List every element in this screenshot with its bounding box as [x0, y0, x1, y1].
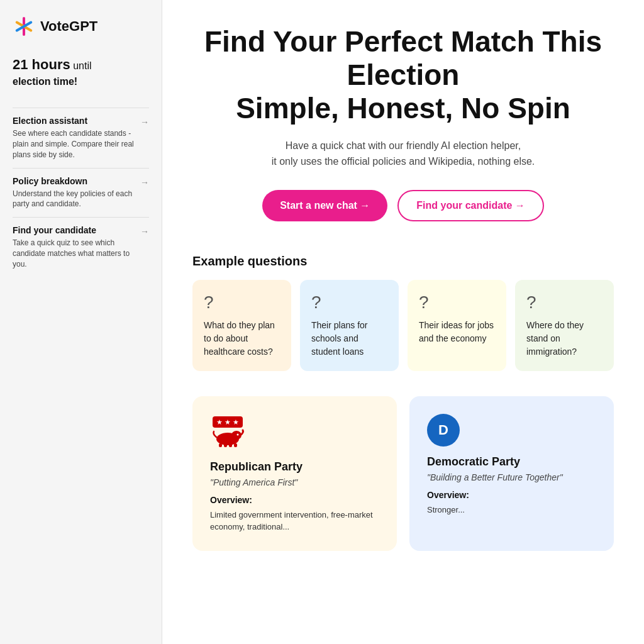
nav-election-assistant-arrow: → — [140, 117, 149, 127]
example-cards-grid: ? What do they plan to do about healthca… — [192, 280, 614, 371]
svg-point-11 — [237, 433, 239, 435]
svg-rect-8 — [224, 443, 227, 447]
card-text-4: Where do they stand on immigration? — [526, 319, 602, 358]
democratic-party-card: D Democratic Party "Building a Better Fu… — [409, 396, 614, 551]
card-question-2: ? — [311, 292, 387, 313]
sidebar-item-election-assistant[interactable]: Election assistant See where each candid… — [13, 109, 149, 166]
countdown-box: 21 hours until election time! — [13, 55, 149, 89]
countdown-hours: 21 hours — [13, 57, 70, 72]
nav-policy-breakdown-title: Policy breakdown — [13, 176, 135, 186]
nav-policy-breakdown-arrow: → — [140, 177, 149, 187]
republican-party-slogan: "Putting America First" — [210, 477, 379, 487]
republican-party-card: ★ ★ ★ Republican Party "Putting America … — [192, 396, 397, 551]
nav-election-assistant-desc: See where each candidate stands - plain … — [13, 128, 135, 160]
main-content: Find Your Perfect Match This Election Si… — [162, 0, 644, 644]
page-title: Find Your Perfect Match This Election Si… — [192, 25, 614, 125]
nav-find-candidate-arrow: → — [140, 226, 149, 236]
republican-party-name: Republican Party — [210, 460, 379, 474]
card-text-1: What do they plan to do about healthcare… — [204, 319, 280, 358]
republican-overview-text: Limited government intervention, free-ma… — [210, 509, 379, 533]
hero-subtitle-line1: Have a quick chat with our friendly AI e… — [286, 140, 521, 151]
nav-find-candidate-desc: Take a quick quiz to see which candidate… — [13, 238, 135, 269]
democratic-party-slogan: "Building a Better Future Together" — [427, 472, 596, 482]
nav-election-assistant-title: Election assistant — [13, 116, 135, 126]
democratic-party-icon: D — [427, 414, 460, 447]
nav-find-candidate-title: Find your candidate — [13, 225, 135, 235]
party-cards: ★ ★ ★ Republican Party "Putting America … — [192, 396, 614, 551]
svg-text:★ ★ ★: ★ ★ ★ — [216, 418, 239, 426]
hero-subtitle: Have a quick chat with our friendly AI e… — [192, 138, 614, 170]
sidebar: VoteGPT 21 hours until election time! El… — [0, 0, 162, 644]
logo-text: VoteGPT — [40, 18, 97, 35]
cta-buttons: Start a new chat → Find your candidate → — [192, 190, 614, 221]
nav-policy-breakdown-desc: Understand the key policies of each part… — [13, 189, 135, 210]
card-text-2: Their plans for schools and student loan… — [311, 319, 387, 358]
svg-rect-10 — [234, 443, 237, 447]
democratic-overview-title: Overview: — [427, 490, 596, 500]
countdown-until: until — [73, 60, 91, 71]
start-chat-button[interactable]: Start a new chat → — [262, 190, 387, 221]
example-card-healthcare[interactable]: ? What do they plan to do about healthca… — [192, 280, 291, 371]
example-card-economy[interactable]: ? Their ideas for jobs and the economy — [408, 280, 506, 371]
svg-rect-7 — [219, 443, 222, 447]
republican-elephant-icon: ★ ★ ★ — [210, 414, 245, 449]
nav-divider-2 — [13, 168, 149, 169]
democratic-overview-text: Stronger... — [427, 504, 596, 516]
svg-rect-9 — [229, 443, 232, 447]
republican-overview-title: Overview: — [210, 495, 379, 505]
card-question-1: ? — [204, 292, 280, 313]
card-question-4: ? — [526, 292, 602, 313]
card-question-3: ? — [419, 292, 495, 313]
logo: VoteGPT — [13, 15, 149, 38]
example-card-immigration[interactable]: ? Where do they stand on immigration? — [515, 280, 614, 371]
countdown-election: election time! — [13, 76, 77, 87]
sidebar-item-find-candidate[interactable]: Find your candidate Take a quick quiz to… — [13, 219, 149, 275]
nav-divider-3 — [13, 217, 149, 218]
card-text-3: Their ideas for jobs and the economy — [419, 319, 495, 345]
hero-subtitle-line2: it only uses the official policies and W… — [272, 156, 535, 167]
example-card-schools[interactable]: ? Their plans for schools and student lo… — [300, 280, 399, 371]
democratic-party-name: Democratic Party — [427, 455, 596, 469]
sidebar-item-policy-breakdown[interactable]: Policy breakdown Understand the key poli… — [13, 170, 149, 216]
nav-divider-1 — [13, 108, 149, 108]
example-section-title: Example questions — [192, 254, 614, 269]
votegpt-logo-icon — [13, 15, 35, 38]
find-candidate-button[interactable]: Find your candidate → — [397, 190, 543, 221]
